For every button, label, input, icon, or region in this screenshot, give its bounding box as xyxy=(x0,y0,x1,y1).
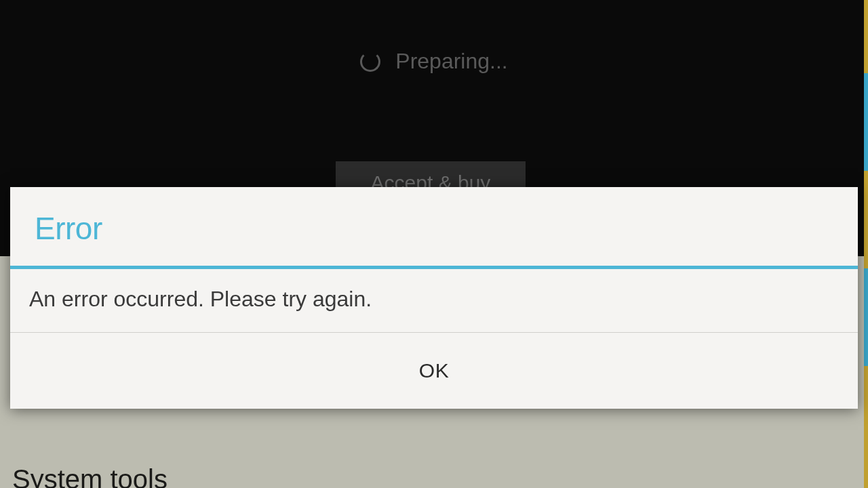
dialog-body: An error occurred. Please try again. xyxy=(10,269,858,332)
dialog-header: Error xyxy=(10,187,858,269)
ok-button[interactable]: OK xyxy=(378,346,490,396)
preparing-status: Preparing... xyxy=(0,49,868,74)
system-tools-label: System tools xyxy=(12,464,167,488)
error-dialog: Error An error occurred. Please try agai… xyxy=(10,187,858,409)
dialog-footer: OK xyxy=(10,333,858,409)
side-accent-strip xyxy=(864,0,868,488)
dialog-message: An error occurred. Please try again. xyxy=(29,287,839,312)
dialog-title: Error xyxy=(35,210,833,247)
spinner-icon xyxy=(360,52,380,72)
preparing-label: Preparing... xyxy=(395,49,507,74)
